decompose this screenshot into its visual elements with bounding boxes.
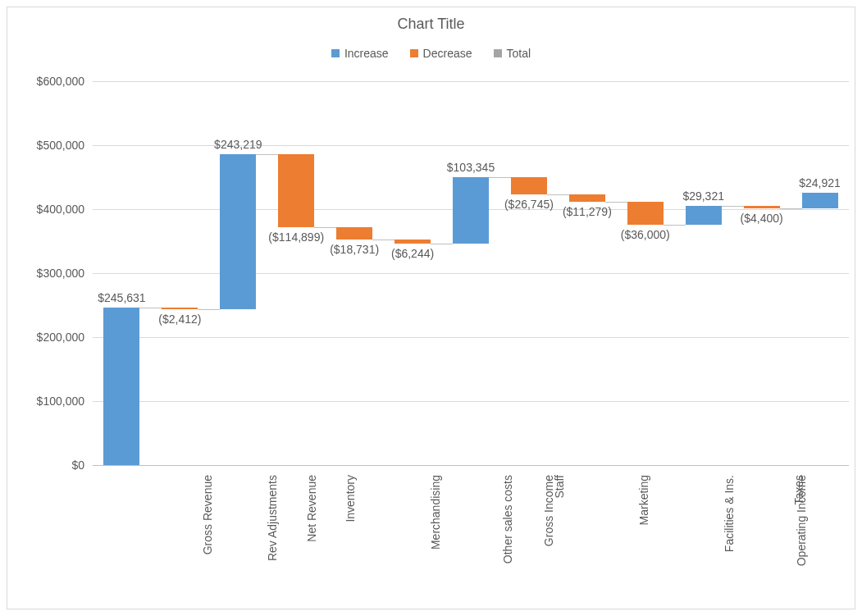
data-label: $245,631 <box>84 291 158 304</box>
bar-increase <box>103 308 139 465</box>
data-label: $243,219 <box>201 138 275 151</box>
square-icon <box>331 49 340 57</box>
connector-line <box>722 206 744 207</box>
data-label: ($2,412) <box>143 313 217 326</box>
connector-line <box>314 227 336 228</box>
bar-decrease <box>336 227 372 240</box>
y-tick-label: $0 <box>17 459 84 472</box>
data-label: $24,921 <box>783 176 857 189</box>
square-icon <box>410 49 418 57</box>
connector-line <box>431 244 453 244</box>
connector-line <box>372 240 395 240</box>
legend-label: Total <box>507 47 531 60</box>
x-tick-label: Marketing <box>637 475 650 525</box>
connector-line <box>664 225 686 226</box>
y-tick-label: $500,000 <box>17 139 84 152</box>
gridline <box>93 401 849 402</box>
y-tick-label: $100,000 <box>17 395 84 408</box>
x-tick-label: Facilities & Ins. <box>723 475 736 552</box>
connector-line <box>780 208 802 209</box>
data-label: ($11,279) <box>550 205 624 218</box>
legend: Increase Decrease Total <box>7 47 855 60</box>
data-label: $29,321 <box>667 189 741 203</box>
bar-decrease <box>162 308 198 309</box>
data-label: ($36,000) <box>609 228 682 241</box>
gridline <box>93 273 849 274</box>
x-tick-label: Staff <box>552 475 565 499</box>
connector-line <box>605 202 627 203</box>
x-tick-label: Rev Adjustments <box>266 475 279 561</box>
chart-title: Chart Title <box>7 16 855 33</box>
x-tick-label: Merchandising <box>429 475 442 550</box>
bar-decrease <box>569 194 605 202</box>
data-label: ($6,244) <box>376 247 449 260</box>
chart-container: Chart Title Increase Decrease Total $245… <box>7 7 855 609</box>
data-label: ($114,899) <box>259 230 333 244</box>
x-tick-label: Gross Revenue <box>202 475 215 554</box>
bar-increase <box>686 206 722 225</box>
bar-decrease <box>395 240 431 244</box>
y-tick-label: $300,000 <box>17 267 84 280</box>
legend-item-total: Total <box>494 47 531 60</box>
x-tick-label: Net Revenue <box>305 475 318 542</box>
connector-line <box>198 309 220 310</box>
bar-decrease <box>744 206 780 208</box>
connector-line <box>256 154 278 155</box>
y-tick-label: $400,000 <box>17 203 84 216</box>
bar-increase <box>220 154 256 310</box>
x-tick-label: Other sales costs <box>501 475 514 564</box>
x-tick-label: Taxes <box>791 475 805 505</box>
connector-line <box>139 308 162 308</box>
bar-increase <box>453 177 489 244</box>
gridline <box>93 81 849 82</box>
legend-label: Decrease <box>423 47 472 60</box>
connector-line <box>547 194 569 195</box>
bar-decrease <box>627 202 664 225</box>
bar-decrease <box>511 177 547 194</box>
connector-line <box>489 177 511 178</box>
legend-item-decrease: Decrease <box>410 47 472 60</box>
y-tick-label: $600,000 <box>17 75 84 88</box>
square-icon <box>494 49 502 57</box>
legend-label: Increase <box>344 47 389 60</box>
data-label: ($4,400) <box>725 212 799 225</box>
plot-area: $245,631($2,412)$243,219($114,899)($18,7… <box>93 81 849 465</box>
legend-item-increase: Increase <box>331 47 389 60</box>
bar-decrease <box>278 154 314 228</box>
bar-increase <box>802 193 838 208</box>
data-label: $103,345 <box>434 161 508 174</box>
gridline <box>93 337 849 338</box>
x-tick-label: Inventory <box>344 475 357 522</box>
y-tick-label: $200,000 <box>17 331 84 344</box>
